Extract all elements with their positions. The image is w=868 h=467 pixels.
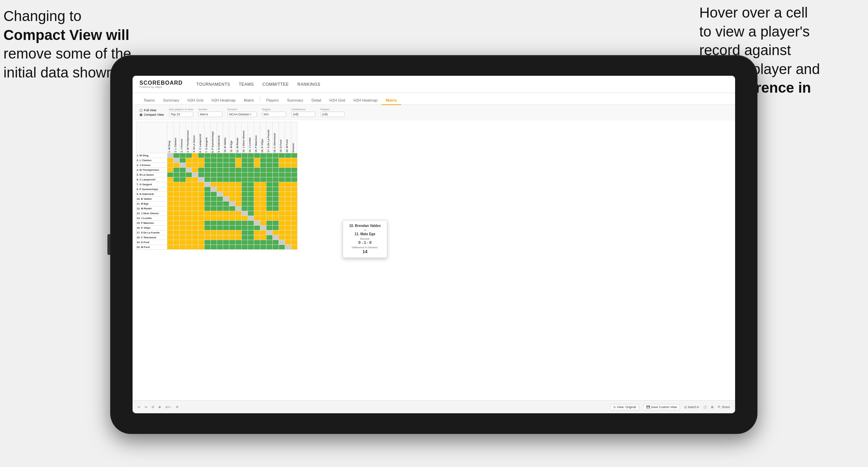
- table-cell[interactable]: [291, 153, 297, 158]
- table-cell[interactable]: [291, 216, 297, 221]
- table-cell[interactable]: [254, 177, 260, 182]
- table-cell[interactable]: [211, 168, 217, 173]
- table-cell[interactable]: [229, 211, 236, 216]
- table-cell[interactable]: [211, 173, 217, 177]
- table-cell[interactable]: [180, 240, 186, 245]
- table-cell[interactable]: [266, 187, 273, 192]
- table-cell[interactable]: [174, 235, 180, 240]
- table-cell[interactable]: [198, 201, 205, 206]
- table-cell[interactable]: [285, 211, 291, 216]
- table-cell[interactable]: [211, 226, 217, 230]
- table-cell[interactable]: [180, 163, 186, 168]
- table-cell[interactable]: [223, 173, 229, 177]
- table-cell[interactable]: [174, 240, 180, 245]
- table-cell[interactable]: [236, 168, 242, 173]
- table-cell[interactable]: [254, 158, 260, 163]
- table-cell[interactable]: [291, 163, 297, 168]
- table-cell[interactable]: [186, 201, 192, 206]
- subnav-summary-right[interactable]: Summary: [283, 96, 307, 105]
- max-players-select[interactable]: Top 25: [169, 112, 193, 117]
- table-cell[interactable]: [273, 153, 279, 158]
- table-cell[interactable]: [211, 187, 217, 192]
- table-cell[interactable]: [198, 173, 205, 177]
- table-cell[interactable]: [266, 211, 273, 216]
- table-cell[interactable]: [186, 173, 192, 177]
- table-cell[interactable]: [229, 173, 236, 177]
- table-cell[interactable]: [285, 240, 291, 245]
- table-cell[interactable]: [260, 182, 266, 187]
- table-cell[interactable]: [273, 226, 279, 230]
- table-cell[interactable]: [254, 182, 260, 187]
- table-cell[interactable]: [223, 158, 229, 163]
- pan-btn[interactable]: ⊙+−: [165, 405, 172, 409]
- table-cell[interactable]: [180, 182, 186, 187]
- table-cell[interactable]: [186, 168, 192, 173]
- table-cell[interactable]: [291, 245, 297, 250]
- table-cell[interactable]: [254, 192, 260, 197]
- table-cell[interactable]: [229, 197, 236, 201]
- table-cell[interactable]: [174, 173, 180, 177]
- table-cell[interactable]: [229, 182, 236, 187]
- table-cell[interactable]: [223, 216, 229, 221]
- table-cell[interactable]: [223, 163, 229, 168]
- table-cell[interactable]: [223, 187, 229, 192]
- table-cell[interactable]: [242, 168, 248, 173]
- table-cell[interactable]: [192, 197, 198, 201]
- table-cell[interactable]: [248, 192, 254, 197]
- table-cell[interactable]: [211, 235, 217, 240]
- subnav-teams[interactable]: Teams: [139, 96, 159, 105]
- table-cell[interactable]: [198, 197, 205, 201]
- table-cell[interactable]: [279, 230, 285, 235]
- table-cell[interactable]: [266, 221, 273, 226]
- table-cell[interactable]: [260, 221, 266, 226]
- table-cell[interactable]: [291, 201, 297, 206]
- table-cell[interactable]: [192, 187, 198, 192]
- undo-btn[interactable]: ↩: [138, 405, 140, 409]
- table-cell[interactable]: [211, 182, 217, 187]
- table-cell[interactable]: [285, 221, 291, 226]
- table-cell[interactable]: [236, 173, 242, 177]
- table-cell[interactable]: [174, 177, 180, 182]
- table-cell[interactable]: [174, 216, 180, 221]
- table-cell[interactable]: [236, 187, 242, 192]
- table-cell[interactable]: [205, 153, 211, 158]
- table-cell[interactable]: [205, 245, 211, 250]
- table-cell[interactable]: [242, 216, 248, 221]
- subnav-matrix-active[interactable]: Matrix: [381, 96, 401, 105]
- table-cell[interactable]: [192, 221, 198, 226]
- table-cell[interactable]: [217, 245, 223, 250]
- table-cell[interactable]: [236, 216, 242, 221]
- table-cell[interactable]: [180, 192, 186, 197]
- table-cell[interactable]: [167, 206, 174, 211]
- table-cell[interactable]: [211, 163, 217, 168]
- refresh-btn[interactable]: ⟳: [176, 405, 179, 409]
- table-cell[interactable]: [167, 182, 174, 187]
- table-cell[interactable]: [211, 158, 217, 163]
- table-cell[interactable]: [236, 192, 242, 197]
- nav-committee[interactable]: COMMITTEE: [262, 82, 289, 87]
- table-cell[interactable]: [223, 245, 229, 250]
- table-cell[interactable]: [211, 206, 217, 211]
- table-cell[interactable]: [248, 197, 254, 201]
- table-cell[interactable]: [242, 187, 248, 192]
- table-cell[interactable]: [211, 201, 217, 206]
- table-cell[interactable]: [254, 201, 260, 206]
- table-cell[interactable]: [273, 197, 279, 201]
- table-cell[interactable]: [248, 245, 254, 250]
- table-cell[interactable]: [260, 173, 266, 177]
- table-cell[interactable]: [279, 182, 285, 187]
- table-cell[interactable]: [167, 173, 174, 177]
- table-cell[interactable]: [205, 182, 211, 187]
- table-cell[interactable]: [205, 216, 211, 221]
- table-cell[interactable]: [285, 230, 291, 235]
- table-cell[interactable]: [248, 158, 254, 163]
- table-cell[interactable]: [285, 245, 291, 250]
- table-cell[interactable]: [186, 192, 192, 197]
- table-cell[interactable]: [236, 235, 242, 240]
- table-cell[interactable]: [205, 192, 211, 197]
- share-btn[interactable]: ⇱ Share: [718, 405, 730, 409]
- table-cell[interactable]: [217, 182, 223, 187]
- table-cell[interactable]: [217, 216, 223, 221]
- table-cell[interactable]: [291, 187, 297, 192]
- table-cell[interactable]: [205, 240, 211, 245]
